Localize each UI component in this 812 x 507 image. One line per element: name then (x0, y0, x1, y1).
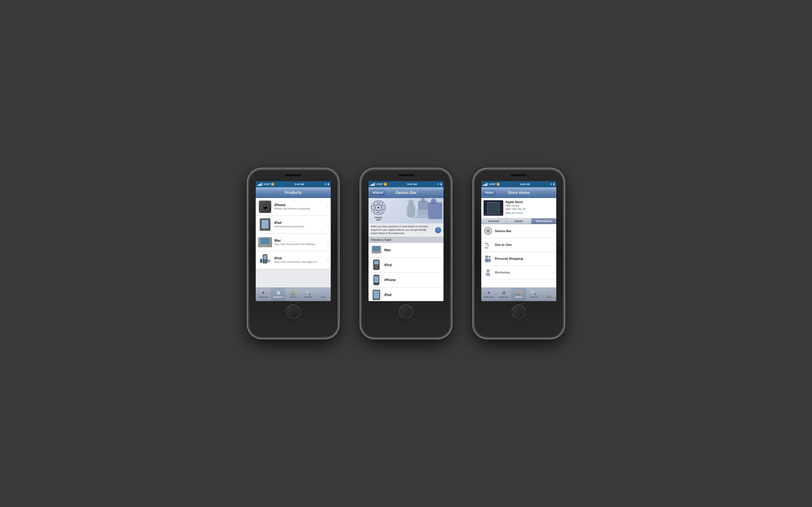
svg-point-18 (377, 207, 379, 209)
topic-iphone[interactable]: iPhone › (368, 273, 444, 288)
segment-reservations[interactable]: Reservations (531, 218, 556, 224)
ipad-chevron: › (327, 223, 328, 226)
genius-description: When you have questions or need hands-on… (368, 223, 444, 237)
tab-cart-1[interactable]: 🛒 Cart (316, 288, 331, 301)
store-item-workshop[interactable]: Workshop › (481, 266, 556, 279)
topic-ipad-label: iPad (384, 293, 391, 297)
screen-store: AT&T 📶 9:42 AM ✦ ▮ Stores Store Home (481, 180, 557, 302)
stores-back-button[interactable]: Stores (483, 190, 496, 195)
ipad-product-title: iPad (274, 221, 327, 225)
battery-icon-2: ▮ (441, 183, 442, 186)
list-item-ipad[interactable]: iPad iPad and iPad Accessories › (256, 216, 331, 233)
tab-search-1[interactable]: 🔍 Search (301, 288, 316, 301)
topic-ipad[interactable]: iPad › (368, 288, 444, 301)
nav-title-products: Products (285, 190, 302, 195)
svg-point-24 (431, 199, 437, 204)
workshop-label: Workshop (495, 271, 551, 274)
products-list: 📱 iPhone iPhone and iPhone Accessories › (256, 198, 331, 288)
tab-stores-1[interactable]: 🏬 Stores (286, 288, 301, 301)
store-item-one-to-one[interactable]: one TO one One to One › (481, 238, 556, 252)
list-item-ipod[interactable]: iPod iPod, iPod Accessories, and Apple T… (256, 251, 331, 269)
svg-rect-6 (262, 246, 267, 247)
iphone-genius: AT&T 📶 9:42 AM ✦ ▮ Cancel Genius Bar (361, 169, 451, 338)
mac-product-icon (258, 237, 272, 247)
home-button-3[interactable] (511, 304, 526, 319)
tab-cart-3[interactable]: 🛒 Cart (541, 288, 556, 301)
wifi-icon-2: 📶 (384, 183, 387, 186)
speaker-slot (285, 174, 302, 177)
home-button-1[interactable] (286, 304, 301, 319)
home-button-inner-1 (288, 307, 298, 317)
svg-rect-28 (372, 246, 380, 251)
genius-info-button[interactable]: › (435, 227, 441, 233)
svg-point-20 (408, 200, 414, 205)
screen-products: AT&T 📶 9:42 AM ✦ ▮ Products (255, 180, 331, 302)
home-button-2[interactable] (399, 304, 413, 319)
signal-bars-2 (370, 182, 375, 186)
tab-products-3[interactable]: 🖥 Products (496, 288, 511, 301)
status-bar-2: AT&T 📶 9:42 AM ✦ ▮ (368, 181, 444, 187)
carrier-3: AT&T (489, 183, 496, 186)
topic-ipod-chevron: › (392, 263, 393, 267)
cancel-button[interactable]: Cancel (370, 190, 385, 195)
svg-point-41 (376, 299, 377, 300)
svg-point-62 (488, 256, 491, 258)
svg-rect-40 (373, 291, 379, 298)
wifi-icon-3: 📶 (497, 183, 500, 186)
iphone-product-title: iPhone (274, 203, 327, 207)
svg-rect-63 (488, 259, 491, 262)
svg-rect-51 (484, 214, 503, 216)
store-item-personal-shopping[interactable]: Personal Shopping › (481, 252, 556, 266)
store-image (484, 200, 503, 216)
tab-search-3[interactable]: 🔍 Search (526, 288, 541, 301)
screen-genius: AT&T 📶 9:42 AM ✦ ▮ Cancel Genius Bar (368, 180, 444, 302)
segment-featured[interactable]: Featured (481, 218, 506, 224)
personal-shopping-chevron: › (553, 257, 554, 261)
tab-featured-1[interactable]: ✦ Featured (256, 288, 271, 301)
ipad-product-icon (260, 218, 270, 231)
iphone-product-icon: 📱 (259, 201, 271, 213)
genius-header-image: GENIUSBAR (368, 198, 444, 223)
segment-events[interactable]: Events (506, 218, 531, 224)
list-item-iphone[interactable]: 📱 iPhone iPhone and iPhone Accessories › (256, 198, 331, 216)
ipod-product-subtitle: iPod, iPod Accessories, and Apple TV (274, 261, 327, 264)
battery-icon-3: ▮ (553, 183, 555, 186)
nav-title-genius: Genius Bar (396, 190, 417, 195)
store-item-genius[interactable]: Genius Bar › (481, 224, 556, 238)
products-icon-1: 🖥 (276, 291, 281, 295)
svg-point-64 (486, 269, 490, 273)
map-hours-link[interactable]: Map and Hours (506, 212, 554, 214)
topic-ipod[interactable]: iPod › (368, 258, 444, 273)
time-1: 9:42 AM (295, 183, 304, 186)
one-to-one-icon: one TO one (484, 240, 493, 249)
tab-products-1[interactable]: 🖥 Products (271, 288, 286, 301)
nav-bar-products: Products (256, 187, 331, 198)
svg-rect-65 (486, 273, 490, 276)
products-icon-3: 🖥 (502, 291, 506, 295)
tab-stores-3[interactable]: 🏬 Stores (511, 288, 526, 301)
svg-rect-1 (262, 220, 268, 228)
svg-rect-26 (414, 217, 431, 218)
signal-bars-3 (483, 182, 488, 186)
svg-rect-36 (374, 276, 378, 283)
genius-logo: GENIUSBAR (371, 200, 386, 221)
nav-bar-genius: Cancel Genius Bar (368, 187, 444, 198)
topic-ipod-label: iPod (384, 263, 392, 267)
scene: AT&T 📶 9:42 AM ✦ ▮ Products (248, 169, 564, 338)
ipod-product-title: iPod (274, 256, 327, 260)
bluetooth-icon-3: ✦ (550, 183, 552, 186)
speaker-slot-3 (510, 174, 527, 177)
stores-icon-1: 🏬 (290, 291, 296, 295)
tab-featured-3[interactable]: ✦ Featured (481, 288, 496, 301)
iphone-store: AT&T 📶 9:42 AM ✦ ▮ Stores Store Home (474, 169, 564, 338)
svg-text:one: one (485, 246, 489, 249)
svg-point-22 (421, 198, 425, 203)
time-3: 9:42 AM (520, 183, 530, 186)
topic-mac[interactable]: Mac › (368, 243, 444, 258)
status-bar-1: AT&T 📶 9:42 AM ✦ ▮ (256, 181, 331, 187)
iphone-chevron: › (327, 205, 328, 209)
signal-bars (257, 182, 263, 186)
svg-rect-32 (374, 261, 378, 265)
svg-rect-61 (485, 259, 488, 262)
list-item-mac[interactable]: Mac Mac, Mac Accessories and Software › (256, 233, 331, 251)
